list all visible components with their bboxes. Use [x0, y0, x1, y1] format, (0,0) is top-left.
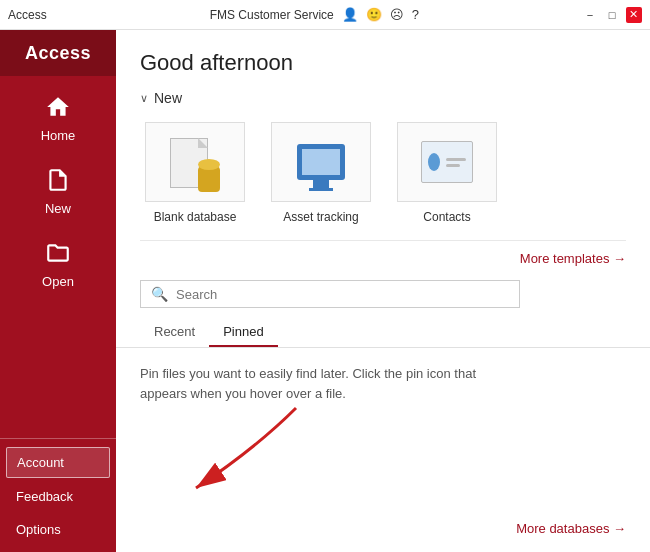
minimize-button[interactable]: −	[582, 7, 598, 23]
sidebar-item-home[interactable]: Home	[0, 80, 116, 153]
titlebar-service-name: FMS Customer Service	[210, 8, 334, 22]
home-icon	[45, 94, 71, 124]
tab-pinned-label: Pinned	[223, 324, 263, 339]
monitor-stand	[313, 180, 329, 188]
asset-label: Asset tracking	[283, 210, 358, 224]
contact-line-1	[446, 158, 466, 161]
cylinder-shape	[198, 164, 220, 192]
app-container: Access Home New	[0, 30, 650, 552]
tab-recent-label: Recent	[154, 324, 195, 339]
tab-recent[interactable]: Recent	[140, 318, 209, 347]
arrow-overlay	[176, 398, 316, 512]
contacts-icon	[417, 135, 477, 190]
restore-button[interactable]: □	[604, 7, 620, 23]
contacts-label: Contacts	[423, 210, 470, 224]
asset-icon	[291, 135, 351, 190]
monitor-base	[309, 188, 333, 191]
sidebar-item-home-label: Home	[41, 128, 76, 143]
pinned-message: Pin files you want to easily find later.…	[140, 364, 520, 403]
sidebar-item-options[interactable]: Options	[0, 513, 116, 546]
monitor-screen	[302, 149, 340, 175]
titlebar-center: FMS Customer Service 👤 🙂 ☹ ?	[210, 7, 419, 22]
template-card-contacts[interactable]: Contacts	[392, 122, 502, 224]
page-title: Good afternoon	[116, 30, 650, 86]
template-card-asset[interactable]: Asset tracking	[266, 122, 376, 224]
divider	[140, 240, 626, 241]
search-icon: 🔍	[151, 286, 168, 302]
contacts-icon-box	[397, 122, 497, 202]
pinned-area: Pin files you want to easily find later.…	[116, 348, 650, 552]
search-input[interactable]	[176, 287, 509, 302]
titlebar: Access FMS Customer Service 👤 🙂 ☹ ? − □ …	[0, 0, 650, 30]
smiley-icon[interactable]: 🙂	[366, 7, 382, 22]
main-content: Good afternoon ∨ New Blank database	[116, 30, 650, 552]
account-label: Account	[17, 455, 64, 470]
sidebar: Access Home New	[0, 30, 116, 552]
monitor-shape	[297, 144, 345, 180]
user-icon[interactable]: 👤	[342, 7, 358, 22]
contact-card-shape	[421, 141, 473, 183]
sidebar-bottom: Account Feedback Options	[0, 438, 116, 552]
new-section-label: New	[154, 90, 182, 106]
search-row: 🔍	[116, 280, 650, 318]
sidebar-item-open-label: Open	[42, 274, 74, 289]
new-file-icon	[45, 167, 71, 197]
blank-db-label: Blank database	[154, 210, 237, 224]
contact-lines	[446, 158, 466, 167]
search-box: 🔍	[140, 280, 520, 308]
page-corner-shape	[198, 138, 208, 148]
more-databases-link[interactable]: More databases →	[516, 521, 626, 536]
sidebar-nav: Home New Open	[0, 76, 116, 438]
template-card-blank[interactable]: Blank database	[140, 122, 250, 224]
titlebar-controls: − □ ✕	[582, 7, 642, 23]
open-folder-icon	[45, 240, 71, 270]
blank-db-icon-box	[145, 122, 245, 202]
close-button[interactable]: ✕	[626, 7, 642, 23]
sidebar-item-new-label: New	[45, 201, 71, 216]
feedback-label: Feedback	[16, 489, 73, 504]
new-section-header: ∨ New	[116, 86, 650, 114]
sidebar-item-new[interactable]: New	[0, 153, 116, 226]
sidebar-item-open[interactable]: Open	[0, 226, 116, 299]
help-icon[interactable]: ?	[412, 7, 419, 22]
collapse-arrow-icon[interactable]: ∨	[140, 92, 148, 105]
asset-icon-box	[271, 122, 371, 202]
more-templates-link[interactable]: More templates →	[116, 251, 650, 280]
frown-icon[interactable]: ☹	[390, 7, 404, 22]
sidebar-item-feedback[interactable]: Feedback	[0, 480, 116, 513]
sidebar-header: Access	[0, 30, 116, 76]
sidebar-item-account[interactable]: Account	[6, 447, 110, 478]
contact-line-2	[446, 164, 460, 167]
contact-avatar-icon	[428, 153, 440, 171]
titlebar-app-name: Access	[8, 8, 47, 22]
blank-db-icon	[170, 132, 220, 192]
tab-pinned[interactable]: Pinned	[209, 318, 277, 347]
options-label: Options	[16, 522, 61, 537]
templates-row: Blank database Asset tracking	[116, 114, 650, 240]
tabs-row: Recent Pinned	[116, 318, 650, 348]
